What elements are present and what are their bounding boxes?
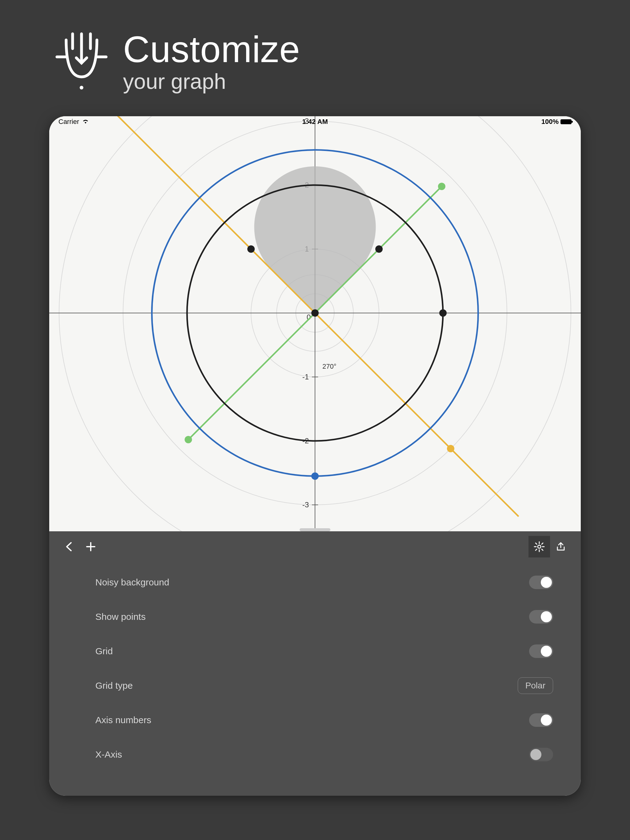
svg-line-47 — [535, 543, 537, 544]
wifi-icon — [82, 118, 89, 126]
svg-point-32 — [247, 245, 255, 253]
svg-point-35 — [439, 309, 446, 317]
svg-point-36 — [185, 436, 192, 444]
svg-point-5 — [80, 86, 83, 90]
panel-drag-handle[interactable] — [300, 528, 330, 531]
svg-text:270°: 270° — [322, 363, 337, 370]
setting-label: Grid — [95, 646, 113, 657]
setting-label: Axis numbers — [95, 715, 151, 725]
setting-toggle[interactable] — [529, 610, 553, 624]
svg-line-50 — [542, 543, 543, 544]
promo-subtitle: your graph — [123, 71, 300, 92]
share-button[interactable] — [550, 536, 571, 557]
setting-row: Axis numbers — [95, 703, 553, 737]
setting-row: X-Axis — [95, 737, 553, 772]
setting-toggle[interactable] — [529, 644, 553, 658]
svg-point-42 — [538, 545, 541, 548]
svg-text:-1: -1 — [302, 373, 309, 381]
status-bar: Carrier 1:42 AM 100% — [49, 116, 581, 127]
setting-row: Show points — [95, 600, 553, 634]
battery-icon — [560, 119, 571, 124]
svg-text:-3: -3 — [302, 501, 309, 509]
svg-line-48 — [542, 549, 543, 550]
setting-select[interactable]: Polar — [518, 677, 553, 694]
app-logo-icon — [52, 31, 111, 95]
setting-label: Show points — [95, 611, 146, 622]
setting-toggle[interactable] — [529, 713, 553, 727]
svg-point-34 — [311, 309, 319, 317]
svg-point-38 — [447, 445, 454, 452]
setting-label: Noisy background — [95, 577, 169, 587]
battery-pct-label: 100% — [541, 118, 559, 126]
back-button[interactable] — [59, 536, 80, 557]
graph-svg: 12-1-2-330270° — [49, 116, 581, 531]
svg-point-39 — [311, 472, 319, 480]
svg-point-33 — [375, 245, 383, 253]
setting-toggle[interactable] — [529, 748, 553, 761]
graph-canvas[interactable]: 12-1-2-330270° — [49, 116, 581, 531]
settings-button[interactable] — [529, 536, 550, 557]
setting-toggle[interactable] — [529, 576, 553, 589]
clock-label: 1:42 AM — [302, 118, 328, 126]
setting-label: Grid type — [95, 681, 133, 691]
settings-panel: Noisy backgroundShow pointsGridGrid type… — [49, 531, 581, 796]
svg-point-37 — [438, 183, 445, 190]
promo-title: Customize — [123, 31, 300, 68]
add-button[interactable] — [80, 536, 101, 557]
device-frame: Carrier 1:42 AM 100% 12-1-2-330270° — [49, 116, 581, 796]
setting-label: X-Axis — [95, 749, 122, 760]
svg-line-49 — [535, 549, 537, 550]
carrier-label: Carrier — [59, 118, 79, 126]
setting-row: Noisy background — [95, 565, 553, 600]
setting-row: Grid typePolar — [95, 668, 553, 703]
setting-row: Grid — [95, 634, 553, 668]
